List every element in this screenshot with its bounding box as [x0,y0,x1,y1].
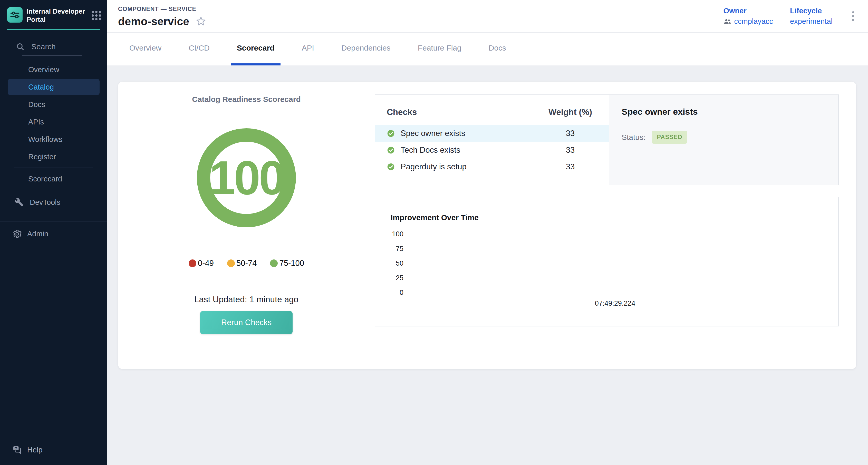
sidebar-item-devtools-label: DevTools [30,198,60,207]
tab-dependencies[interactable]: Dependencies [335,33,397,65]
portal-logo-icon [7,7,23,23]
check-name: Tech Docs exists [401,146,532,155]
sidebar-item-help-label: Help [27,446,42,454]
check-circle-icon [387,129,395,137]
table-row-pagerduty[interactable]: Pagerduty is setup 33 [375,158,609,175]
weight-header-label: Weight (%) [532,107,609,117]
people-icon [723,17,732,25]
check-circle-icon [387,146,395,154]
check-name: Pagerduty is setup [401,162,532,172]
score-legend: 0-49 50-74 75-100 [189,259,304,268]
entity-header: COMPONENT — SERVICE demo-service Owner c… [107,0,868,33]
tab-feature-flag[interactable]: Feature Flag [412,33,468,65]
check-weight: 33 [532,146,609,155]
more-options-kebab-icon[interactable] [849,9,857,24]
search-input[interactable]: Search [16,42,107,51]
legend-item-mid: 50-74 [227,259,257,268]
scorecard-title: Catalog Readiness Scorecard [192,95,301,104]
sidebar-item-admin[interactable]: Admin [0,221,107,246]
sidebar-item-catalog[interactable]: Catalog [0,78,107,96]
owner-label: Owner [723,7,773,15]
sidebar-item-register[interactable]: Register [0,148,107,165]
check-detail-panel: Spec owner exists Status: PASSED [609,95,838,185]
status-badge: PASSED [652,131,687,144]
sidebar-item-apis[interactable]: APIs [0,113,107,131]
y-tick: 50 [385,259,403,274]
owner-link[interactable]: ccmplayacc [723,17,773,26]
apps-grid-icon[interactable] [92,11,101,20]
legend-dot-yellow [227,259,235,267]
legend-dot-green [270,259,278,267]
checks-panel: Checks Weight (%) Spec owner exists 33 [375,94,839,185]
search-placeholder: Search [31,42,56,51]
lifecycle-value: experimental [790,17,833,26]
check-weight: 33 [532,129,609,138]
portal-title: Internal Developer Portal [27,7,92,24]
x-tick: 07:49:29.224 [595,300,636,307]
checks-table-header: Checks Weight (%) [375,106,609,119]
legend-item-high: 75-100 [270,259,304,268]
owner-value: ccmplayacc [734,17,773,26]
y-tick: 75 [385,245,403,259]
y-tick: 100 [385,230,403,245]
sidebar-item-admin-label: Admin [27,230,48,238]
breadcrumb: COMPONENT — SERVICE [118,6,723,12]
check-detail-title: Spec owner exists [622,107,826,117]
owner-group: Owner ccmplayacc [723,7,773,26]
score-value: 100 [209,151,284,205]
sidebar-item-workflows[interactable]: Workflows [0,131,107,148]
wrench-icon [14,197,24,207]
last-updated-text: Last Updated: 1 minute ago [194,294,298,304]
lifecycle-label: Lifecycle [790,7,833,15]
sidebar-item-scorecard[interactable]: Scorecard [0,170,107,188]
help-chat-icon: ? [12,445,22,455]
legend-dot-red [189,259,196,267]
scorecard-card: Catalog Readiness Scorecard 100 0-49 50-… [118,82,856,369]
tab-overview[interactable]: Overview [123,33,167,65]
sidebar-item-docs[interactable]: Docs [0,96,107,113]
legend-label-high: 75-100 [279,259,304,268]
sidebar-item-catalog-pill: Catalog [8,79,100,95]
svg-text:?: ? [15,446,17,451]
divider [14,190,93,190]
tab-cicd[interactable]: CI/CD [183,33,216,65]
sidebar: Internal Developer Portal Search Overvie… [0,0,107,465]
page-title: demo-service [118,15,189,28]
search-icon [16,42,25,51]
sidebar-item-devtools[interactable]: DevTools [0,192,107,212]
y-tick: 25 [385,274,403,289]
improvement-chart: Improvement Over Time 100 75 50 25 0 07:… [375,197,839,327]
tab-docs[interactable]: Docs [483,33,512,65]
gear-icon [12,229,22,239]
sidebar-item-help[interactable]: ? Help [0,438,107,465]
main-area: COMPONENT — SERVICE demo-service Owner c… [107,0,868,465]
divider [22,55,82,56]
chart-title: Improvement Over Time [391,213,479,222]
score-gauge: 100 [197,128,296,227]
divider [7,29,100,30]
table-row-tech-docs[interactable]: Tech Docs exists 33 [375,142,609,158]
favorite-star-icon[interactable] [195,16,207,27]
divider [14,167,93,168]
sidebar-item-overview[interactable]: Overview [0,61,107,78]
y-tick: 0 [385,289,403,303]
check-circle-icon [387,163,395,171]
check-weight: 33 [532,162,609,172]
rerun-checks-button[interactable]: Rerun Checks [200,311,292,334]
content-area: Catalog Readiness Scorecard 100 0-49 50-… [107,65,868,465]
lifecycle-group: Lifecycle experimental [790,7,833,26]
tab-api[interactable]: API [296,33,320,65]
checks-header-label: Checks [387,107,532,117]
checks-column: Checks Weight (%) Spec owner exists 33 [375,82,856,369]
legend-label-mid: 50-74 [237,259,257,268]
chart-y-axis: 100 75 50 25 0 [385,230,403,303]
legend-label-low: 0-49 [198,259,214,268]
sidebar-header: Internal Developer Portal [0,0,107,24]
check-name: Spec owner exists [401,129,532,138]
tab-scorecard[interactable]: Scorecard [231,33,281,65]
checks-table: Checks Weight (%) Spec owner exists 33 [375,95,609,185]
table-row-spec-owner[interactable]: Spec owner exists 33 [375,125,609,142]
sidebar-nav: Overview Catalog Docs APIs Workflows Reg… [0,61,107,212]
legend-item-low: 0-49 [189,259,214,268]
gauge-column: Catalog Readiness Scorecard 100 0-49 50-… [118,82,375,369]
